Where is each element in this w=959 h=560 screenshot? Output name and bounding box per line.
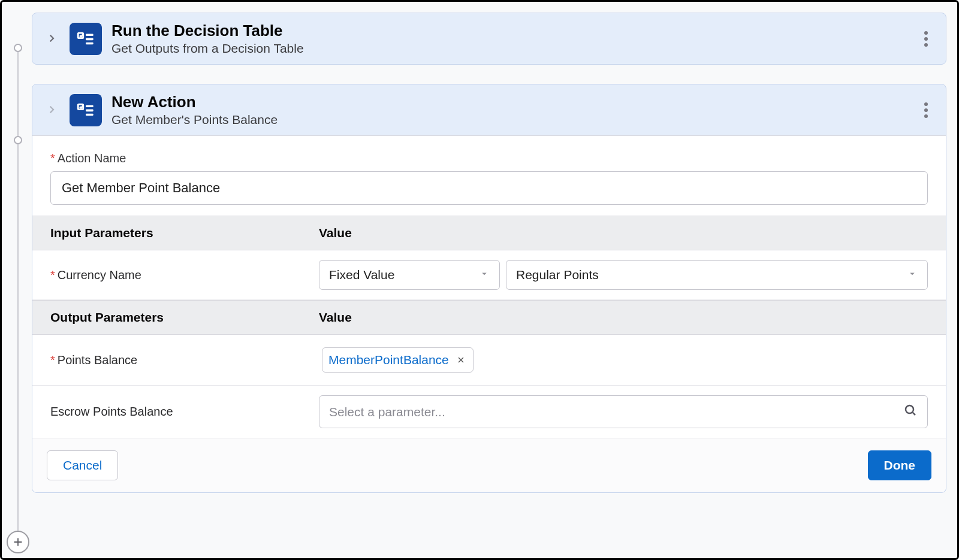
output-parameters-header: Output Parameters Value bbox=[32, 300, 946, 335]
svg-rect-9 bbox=[86, 113, 94, 116]
svg-rect-4 bbox=[86, 38, 94, 40]
done-button[interactable]: Done bbox=[868, 450, 932, 480]
token-pill: MemberPointBalance bbox=[322, 347, 474, 373]
svg-line-13 bbox=[912, 413, 915, 416]
expand-toggle[interactable] bbox=[43, 102, 60, 119]
card-subtitle: Get Member's Points Balance bbox=[111, 113, 907, 127]
param-label: Points Balance bbox=[58, 353, 137, 367]
expand-toggle[interactable] bbox=[43, 31, 60, 47]
action-name-label: *Action Name bbox=[50, 152, 928, 165]
points-balance-value[interactable]: MemberPointBalance bbox=[319, 344, 928, 376]
card-menu-button[interactable] bbox=[917, 31, 935, 47]
svg-rect-3 bbox=[86, 34, 94, 36]
param-row-escrow: Escrow Points Balance Select a parameter… bbox=[32, 386, 946, 438]
card-menu-button[interactable] bbox=[917, 102, 935, 118]
svg-rect-8 bbox=[86, 109, 94, 111]
escrow-parameter-lookup[interactable]: Select a parameter... bbox=[319, 395, 928, 428]
timeline-dot bbox=[14, 136, 22, 144]
chevron-down-icon bbox=[479, 268, 490, 282]
search-icon bbox=[903, 403, 918, 420]
remove-token-icon[interactable] bbox=[455, 354, 467, 366]
svg-rect-5 bbox=[86, 42, 94, 44]
add-step-button[interactable] bbox=[7, 531, 29, 553]
param-label: Currency Name bbox=[58, 268, 141, 282]
svg-rect-7 bbox=[86, 105, 94, 107]
timeline-connector bbox=[17, 44, 19, 540]
action-type-icon bbox=[70, 23, 102, 55]
card-title: New Action bbox=[111, 93, 907, 111]
cancel-button[interactable]: Cancel bbox=[47, 450, 118, 480]
currency-value-select[interactable]: Regular Points bbox=[506, 260, 928, 290]
action-card-new-action: New Action Get Member's Points Balance *… bbox=[32, 84, 946, 493]
chevron-down-icon bbox=[907, 268, 918, 282]
timeline-dot bbox=[14, 44, 22, 52]
action-name-input[interactable] bbox=[50, 171, 928, 205]
param-label: Escrow Points Balance bbox=[50, 405, 173, 419]
svg-point-12 bbox=[906, 405, 913, 413]
param-row-currency-name: *Currency Name Fixed Value Regular Point… bbox=[32, 250, 946, 300]
currency-mode-select[interactable]: Fixed Value bbox=[319, 260, 500, 290]
action-card-run-decision-table: Run the Decision Table Get Outputs from … bbox=[32, 13, 946, 65]
action-type-icon bbox=[70, 94, 102, 126]
input-parameters-header: Input Parameters Value bbox=[32, 216, 946, 250]
card-title: Run the Decision Table bbox=[111, 22, 907, 40]
card-subtitle: Get Outputs from a Decision Table bbox=[111, 41, 907, 56]
param-row-points-balance: *Points Balance MemberPointBalance bbox=[32, 335, 946, 386]
